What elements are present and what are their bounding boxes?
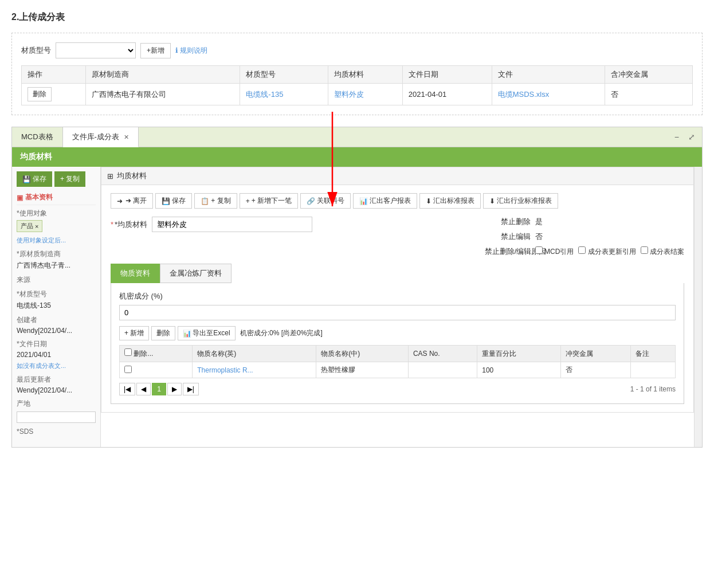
uniform-material-input[interactable] bbox=[152, 217, 312, 232]
inner-table-row: Thermoplastic R... 热塑性橡膠 100 否 bbox=[120, 362, 676, 378]
scrollbar[interactable] bbox=[694, 167, 702, 447]
save-form-icon: 💾 bbox=[162, 197, 170, 205]
tab-mcd[interactable]: MCD表格 bbox=[12, 127, 63, 147]
rule-button[interactable]: ℹ 规则说明 bbox=[175, 46, 207, 56]
inner-col-name-cn: 物质名称(中) bbox=[316, 346, 409, 362]
delete-row-button[interactable]: 删除 bbox=[28, 87, 52, 101]
inner-toolbar: + 新增 删除 📊 导出至Excel 机密成分:0% [尚差0%完成] bbox=[119, 326, 676, 340]
manufacturer-label: *原材质制造商 bbox=[17, 249, 96, 259]
forbid-reason-row: 禁止删除/编辑原因 MCD引用 成分表更新引用 bbox=[485, 246, 684, 257]
creator-label: 创建者 bbox=[17, 315, 96, 325]
mcd-ref-checkbox[interactable] bbox=[535, 246, 543, 254]
export-standard-button[interactable]: ⬇ 汇出标准报表 bbox=[419, 193, 481, 209]
tab-material-info[interactable]: 物质资料 bbox=[111, 264, 160, 283]
excel-icon: 📊 bbox=[183, 330, 191, 338]
page-last-button[interactable]: ▶| bbox=[183, 383, 199, 395]
tab-close-icon[interactable]: ✕ bbox=[124, 134, 129, 140]
uniform-material-group: *均质材料 bbox=[111, 217, 312, 232]
forbid-delete-row: 禁止删除 是 bbox=[485, 217, 684, 227]
leave-button[interactable]: ➜ ➜ 离开 bbox=[111, 193, 153, 209]
confidential-label: 机密成分 (%) bbox=[119, 291, 676, 301]
section-box-header: ⊞ 均质材料 bbox=[101, 167, 693, 185]
copy-form-button[interactable]: 📋 + 复制 bbox=[194, 193, 237, 209]
sub-content: 机密成分 (%) + 新增 删除 📊 导出至Excel 机密成分:0% bbox=[111, 283, 684, 404]
col-action: 操作 bbox=[22, 66, 86, 84]
file-date-field-label: *文件日期 bbox=[17, 339, 96, 349]
update-ref-checkbox[interactable] bbox=[578, 246, 586, 254]
uniform-material-field-label: *均质材料 bbox=[111, 219, 147, 230]
no-material-link[interactable]: 如没有成分表文... bbox=[17, 362, 66, 369]
remark-cell bbox=[631, 362, 676, 378]
close-checkbox[interactable] bbox=[641, 246, 648, 254]
panel-main: ⊞ 均质材料 ➜ ➜ 离开 💾 保存 bbox=[101, 167, 694, 447]
sds-label: *SDS bbox=[17, 428, 96, 436]
use-target-link[interactable]: 使用对象设定后... bbox=[17, 237, 66, 244]
save-sidebar-button[interactable]: 💾 保存 bbox=[17, 171, 52, 187]
substance-en-link[interactable]: Thermoplastic R... bbox=[197, 366, 253, 374]
basic-info-icon: ▣ bbox=[17, 194, 23, 202]
confidential-input[interactable] bbox=[119, 305, 676, 320]
add-next-button[interactable]: + + 新增下一笔 bbox=[240, 193, 298, 209]
maximize-button[interactable]: ⤢ bbox=[686, 130, 697, 144]
tag-close[interactable]: × bbox=[35, 223, 38, 230]
info-icon: ℹ bbox=[175, 46, 178, 54]
form-toolbar: ➜ ➜ 离开 💾 保存 📋 + 复制 bbox=[111, 193, 684, 209]
export-customer-button[interactable]: 📊 汇出客户报表 bbox=[353, 193, 417, 209]
page-next-button[interactable]: ▶ bbox=[167, 383, 182, 395]
material-type-field-value: 电缆线-135 bbox=[17, 301, 96, 311]
file-date-field-value: 2021/04/01 bbox=[17, 351, 96, 359]
col-file: 文件 bbox=[492, 66, 605, 84]
save-form-button[interactable]: 💾 保存 bbox=[155, 193, 192, 209]
export-industry-button[interactable]: ⬇ 汇出行业标准报表 bbox=[483, 193, 558, 209]
use-target-tag: 产品 × bbox=[17, 220, 42, 232]
uniform-material-link[interactable]: 塑料外皮 bbox=[334, 90, 364, 99]
origin-input[interactable] bbox=[17, 411, 96, 423]
page-prev-button[interactable]: ◀ bbox=[136, 383, 151, 395]
inner-col-cas: CAS No. bbox=[408, 346, 477, 362]
link-part-button[interactable]: 🔗 关联料号 bbox=[300, 193, 351, 209]
col-conflict-metal: 含冲突金属 bbox=[605, 66, 692, 84]
inner-delete-button[interactable]: 删除 bbox=[151, 326, 175, 340]
tab-metal-smelter[interactable]: 金属冶炼厂资料 bbox=[160, 264, 232, 283]
inner-add-button[interactable]: + 新增 bbox=[119, 326, 149, 340]
file-link[interactable]: 电缆MSDS.xlsx bbox=[498, 90, 550, 99]
link-icon: 🔗 bbox=[307, 197, 315, 205]
upload-table: 操作 原材制造商 材质型号 均质材料 文件日期 文件 含冲突金属 删除 广西博杰… bbox=[21, 65, 693, 105]
page-info: 1 - 1 of 1 items bbox=[630, 385, 676, 393]
material-type-link[interactable]: 电缆线-135 bbox=[246, 90, 283, 99]
export-customer-icon: 📊 bbox=[359, 197, 368, 205]
forbid-edit-value: 否 bbox=[535, 232, 543, 242]
form-row-1: *均质材料 禁止删除 是 禁止编辑 否 bbox=[111, 217, 684, 257]
inner-col-conflict: 冲突金属 bbox=[560, 346, 631, 362]
add-button[interactable]: +新增 bbox=[140, 43, 171, 58]
last-updater-label: 最后更新者 bbox=[17, 375, 96, 385]
col-manufacturer: 原材制造商 bbox=[86, 66, 240, 84]
basic-info-title: ▣ 基本资料 bbox=[17, 193, 96, 205]
forbid-edit-label: 禁止编辑 bbox=[485, 232, 531, 242]
conflict-metal-row-cell: 否 bbox=[560, 362, 631, 378]
material-type-select[interactable] bbox=[56, 42, 136, 58]
copy-sidebar-button[interactable]: + 复制 bbox=[54, 171, 85, 187]
cas-no-cell bbox=[408, 362, 477, 378]
mcd-tabs: MCD表格 文件库-成分表 ✕ − ⤢ bbox=[12, 127, 702, 147]
page-first-button[interactable]: |◀ bbox=[119, 383, 135, 395]
manufacturer-value: 广西博杰电子青... bbox=[17, 261, 96, 271]
col-material-type: 材质型号 bbox=[240, 66, 328, 84]
inner-table: 删除... 物质名称(英) 物质名称(中) CAS No. 重量百分比 冲突金属… bbox=[119, 345, 676, 378]
inner-col-name-en: 物质名称(英) bbox=[193, 346, 316, 362]
tab-file-library[interactable]: 文件库-成分表 ✕ bbox=[63, 127, 139, 147]
form-info-panel: 禁止删除 是 禁止编辑 否 禁止删除/编辑原因 bbox=[485, 217, 684, 257]
save-icon: 💾 bbox=[22, 175, 31, 183]
forbid-reason-label: 禁止删除/编辑原因 bbox=[485, 246, 531, 257]
row-checkbox[interactable] bbox=[124, 366, 132, 373]
conflict-metal-cell: 否 bbox=[605, 84, 692, 105]
inner-export-button[interactable]: 📊 导出至Excel bbox=[178, 326, 235, 340]
select-all-checkbox[interactable] bbox=[124, 348, 132, 356]
minimize-button[interactable]: − bbox=[672, 130, 681, 144]
forbid-delete-value: 是 bbox=[535, 217, 543, 227]
manufacturer-cell: 广西博杰电子有限公司 bbox=[86, 84, 240, 105]
origin-label: 产地 bbox=[17, 399, 96, 409]
col-file-date: 文件日期 bbox=[402, 66, 492, 84]
update-ref-checkbox-label: 成分表更新引用 bbox=[578, 246, 635, 257]
sidebar-basic-info: ▣ 基本资料 *使用对象 产品 × 使用对象设定后... *原材质制造商 广西博… bbox=[17, 193, 96, 436]
